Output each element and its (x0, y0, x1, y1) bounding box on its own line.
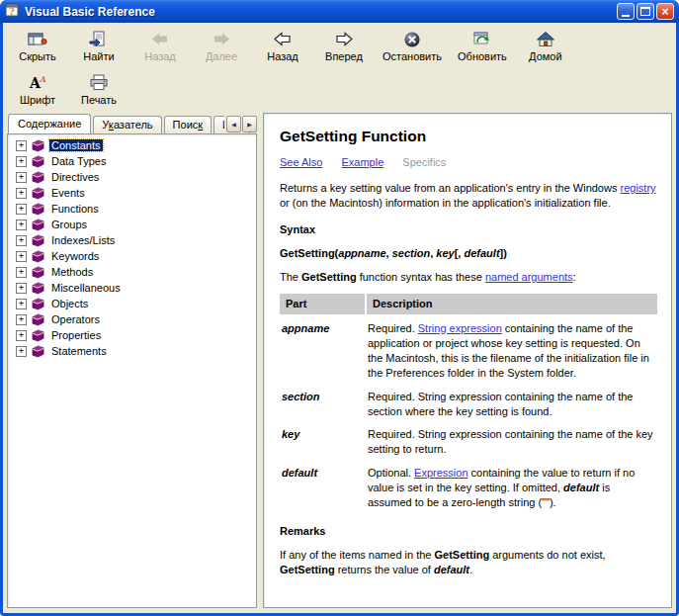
window-body: Скрыть Найти Назад (3, 23, 676, 613)
refresh-button[interactable]: Обновить (450, 26, 515, 65)
toolbar-label: Остановить (382, 50, 442, 62)
tree-item[interactable]: + Statements (10, 343, 254, 359)
main-area: Содержание Указатель Поиск Изб ◀ ▶ + (3, 110, 676, 613)
tab-label: Со (18, 118, 32, 130)
expand-plus-icon[interactable]: + (16, 314, 27, 325)
book-icon (31, 234, 45, 247)
table-row: section Required. String expression cont… (280, 383, 657, 421)
book-icon (31, 345, 45, 358)
expand-plus-icon[interactable]: + (16, 235, 27, 246)
arg-description: Optional. Expression containing the valu… (366, 459, 657, 512)
expand-plus-icon[interactable]: + (16, 330, 27, 341)
tab-scroll-right-button[interactable]: ▶ (242, 116, 257, 132)
expand-plus-icon[interactable]: + (16, 267, 27, 278)
toolbar-label: Далее (206, 50, 237, 62)
tree-item[interactable]: + Methods (10, 264, 254, 280)
expand-plus-icon[interactable]: + (16, 172, 27, 183)
tree-item[interactable]: + Miscellaneous (10, 280, 254, 296)
tree-item[interactable]: + Properties (10, 327, 254, 343)
expand-plus-icon[interactable]: + (16, 251, 27, 262)
remarks-heading: Remarks (280, 524, 657, 539)
tree-item-label: Operators (49, 313, 102, 325)
expand-plus-icon[interactable]: + (16, 140, 27, 151)
book-icon (31, 329, 45, 342)
tree-item[interactable]: + Keywords (10, 248, 254, 264)
toolbar-label: Обновить (458, 50, 507, 62)
back-button[interactable]: Назад (252, 26, 313, 65)
book-icon (31, 171, 45, 184)
tree-item-label: Keywords (49, 250, 101, 262)
expand-plus-icon[interactable]: + (16, 204, 27, 215)
home-icon (536, 29, 555, 49)
tree-item-label: Groups (49, 219, 89, 230)
tree-item[interactable]: + Functions (10, 201, 254, 217)
locate-button[interactable]: Найти (68, 26, 129, 65)
book-icon (31, 139, 45, 152)
table-header-row: Part Description (280, 294, 657, 314)
expand-plus-icon[interactable]: + (16, 283, 27, 294)
tab-search[interactable]: Поиск (164, 116, 212, 133)
contents-tree: + Constants + (7, 133, 257, 608)
maximize-button[interactable] (637, 3, 654, 20)
toolbar-label: Назад (267, 50, 298, 62)
svg-text:?: ? (9, 6, 15, 17)
expand-plus-icon[interactable]: + (16, 156, 27, 167)
toolbar-label: Назад (144, 50, 176, 62)
tree-item[interactable]: + Directives (10, 169, 254, 185)
hide-button[interactable]: Скрыть (7, 26, 68, 65)
arg-description: Required. String expression containing t… (366, 314, 657, 383)
font-button[interactable]: A A Шрифт (7, 69, 68, 109)
named-arguments-paragraph: The GetSetting function syntax has these… (280, 270, 657, 285)
tree-item-label: Miscellaneous (49, 282, 123, 294)
nav-tabs: Содержание Указатель Поиск Изб ◀ ▶ (7, 113, 257, 133)
window-controls: × (617, 3, 674, 20)
home-button[interactable]: Домой (515, 26, 576, 65)
tree-item-label: Directives (49, 171, 101, 183)
tree-item[interactable]: + Data Types (10, 153, 254, 169)
example-link[interactable]: Example (341, 156, 383, 168)
expand-plus-icon[interactable]: + (16, 299, 27, 309)
locate-icon (89, 29, 109, 49)
book-icon (31, 203, 45, 216)
book-icon (31, 187, 45, 200)
print-button[interactable]: Печать (68, 69, 129, 109)
tree-item-label: Functions (49, 203, 101, 215)
see-also-link[interactable]: See Also (280, 156, 322, 168)
tree-item[interactable]: + Groups (10, 217, 254, 232)
forward-arrow-icon (334, 29, 354, 49)
intro-paragraph: Returns a key setting value from an appl… (280, 181, 657, 211)
print-icon (89, 72, 109, 93)
syntax-line: GetSetting(appname, section, key[, defau… (280, 246, 657, 261)
tree-item[interactable]: + Objects (10, 296, 254, 311)
minimize-button[interactable] (617, 3, 635, 20)
expand-plus-icon[interactable]: + (16, 188, 27, 199)
tab-contents[interactable]: Содержание (8, 114, 91, 133)
forward-button[interactable]: Вперед (313, 26, 375, 65)
tree-item-label: Indexes/Lists (49, 234, 117, 246)
tree-item[interactable]: + Operators (10, 311, 254, 327)
inline-link[interactable]: String expression (418, 322, 502, 334)
expand-plus-icon[interactable]: + (16, 346, 27, 357)
tree-item[interactable]: + Indexes/Lists (10, 232, 254, 248)
toolbar-label: Найти (83, 50, 114, 62)
stop-button[interactable]: Остановить (375, 26, 450, 65)
help-back-button: Назад (129, 26, 191, 65)
topic-content: GetSetting Function See Also Example Spe… (264, 114, 671, 607)
inline-link[interactable]: named arguments (485, 271, 573, 283)
tab-scroll-left-button[interactable]: ◀ (226, 116, 241, 132)
table-header-part: Part (280, 294, 366, 314)
toolbar-label: Шрифт (20, 94, 55, 106)
arg-name: key (280, 420, 366, 459)
hide-icon (28, 29, 47, 49)
tree-item[interactable]: + Constants (10, 137, 254, 153)
tab-index[interactable]: Указатель (93, 116, 161, 133)
close-button[interactable]: × (656, 3, 674, 20)
inline-link[interactable]: registry (621, 182, 656, 194)
expand-plus-icon[interactable]: + (16, 220, 27, 230)
tree-item[interactable]: + Events (10, 185, 254, 201)
inline-link[interactable]: Expression (414, 467, 467, 479)
help-forward-button: Далее (191, 26, 252, 65)
forward-arrow-disabled-icon (212, 29, 231, 49)
minimize-icon (622, 15, 630, 17)
toolbar-label: Домой (529, 50, 562, 62)
